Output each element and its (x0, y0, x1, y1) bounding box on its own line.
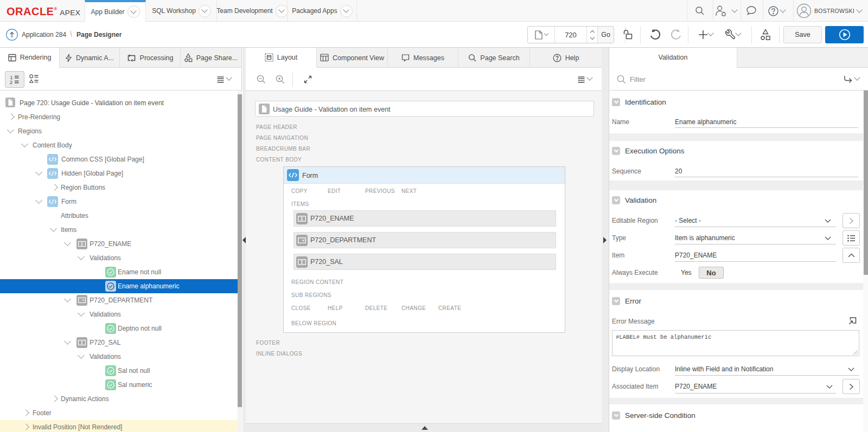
svg-text:2: 2 (10, 80, 12, 85)
